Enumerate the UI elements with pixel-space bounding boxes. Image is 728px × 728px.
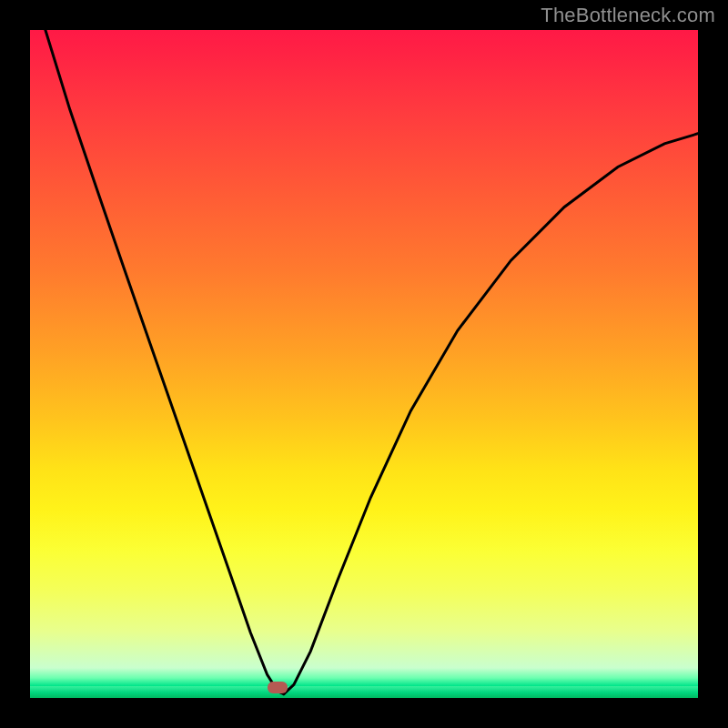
minimum-marker <box>268 682 288 693</box>
green-bottom-strip <box>30 686 698 698</box>
gradient-background <box>30 30 698 698</box>
watermark-text: TheBottleneck.com <box>541 4 715 27</box>
chart-frame: TheBottleneck.com <box>0 0 728 728</box>
plot-area <box>30 30 698 698</box>
